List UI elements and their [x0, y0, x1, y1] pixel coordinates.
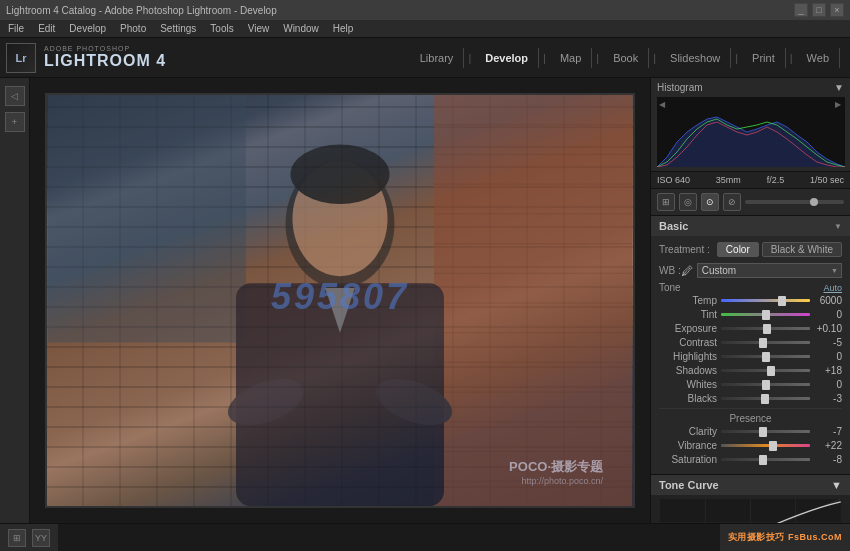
tone-title-row: Tone Auto [659, 282, 842, 293]
tab-book[interactable]: Book [603, 48, 649, 68]
highlights-track[interactable] [721, 355, 810, 358]
logo-text-area: ADOBE PHOTOSHOP LIGHTROOM 4 [44, 45, 166, 70]
histogram-arrow[interactable]: ▼ [834, 82, 844, 93]
left-tool-2[interactable]: + [5, 112, 25, 132]
blacks-label: Blacks [659, 393, 717, 404]
whites-track[interactable] [721, 383, 810, 386]
watermark2: POCO·摄影专题 http://photo.poco.cn/ [509, 458, 603, 486]
menu-edit[interactable]: Edit [38, 23, 55, 34]
titlebar-controls: _ □ × [794, 3, 844, 17]
shadows-track[interactable] [721, 369, 810, 372]
temp-track[interactable] [721, 299, 810, 302]
menubar: File Edit Develop Photo Settings Tools V… [0, 20, 850, 38]
histogram-label: Histogram [657, 82, 703, 93]
exposure-label: Exposure [659, 323, 717, 334]
clarity-value: -7 [814, 426, 842, 437]
photo-area: 595807 POCO·摄影专题 http://photo.poco.cn/ [30, 78, 650, 523]
watermark2-line1: POCO·摄影专题 [509, 458, 603, 476]
tool-row: ⊞ ◎ ⊙ ⊘ [651, 189, 850, 216]
wb-select-wrapper: Custom As Shot Daylight ▼ [697, 263, 842, 278]
minimize-button[interactable]: _ [794, 3, 808, 17]
photo-container: 595807 POCO·摄影专题 http://photo.poco.cn/ [45, 93, 635, 508]
whites-label: Whites [659, 379, 717, 390]
histogram-section: Histogram ▼ ◀ ▶ [651, 78, 850, 172]
highlights-value: 0 [814, 351, 842, 362]
basic-section-header[interactable]: Basic ▼ [651, 216, 850, 236]
color-btn[interactable]: Color [717, 242, 759, 257]
svg-text:▶: ▶ [835, 100, 842, 109]
temp-slider-row: Temp 6000 [659, 295, 842, 306]
menu-tools[interactable]: Tools [210, 23, 233, 34]
blacks-track[interactable] [721, 397, 810, 400]
iso-value: ISO 640 [657, 175, 690, 185]
tint-value: 0 [814, 309, 842, 320]
tool-slider[interactable] [745, 200, 844, 204]
spot-tool[interactable]: ◎ [679, 193, 697, 211]
titlebar-title: Lightroom 4 Catalog - Adobe Photoshop Li… [6, 5, 277, 16]
treatment-row: Treatment : Color Black & White [659, 242, 842, 257]
tone-curve-arrow: ▼ [831, 479, 842, 491]
left-tool-1[interactable]: ◁ [5, 86, 25, 106]
bottom-icon-2[interactable]: YY [32, 529, 50, 547]
vibrance-value: +22 [814, 440, 842, 451]
logo-area: Lr ADOBE PHOTOSHOP LIGHTROOM 4 [6, 43, 166, 73]
menu-photo[interactable]: Photo [120, 23, 146, 34]
svg-rect-0 [48, 95, 246, 343]
tab-map[interactable]: Map [550, 48, 592, 68]
clarity-track[interactable] [721, 430, 810, 433]
main-area: ◁ + [0, 78, 850, 523]
exposure-track[interactable] [721, 327, 810, 330]
treatment-buttons: Color Black & White [717, 242, 842, 257]
presence-title: Presence [659, 408, 842, 424]
shadows-row: Shadows +18 [659, 365, 842, 376]
shadows-value: +18 [814, 365, 842, 376]
tab-library[interactable]: Library [410, 48, 465, 68]
menu-develop[interactable]: Develop [69, 23, 106, 34]
tool-slider-thumb [810, 198, 818, 206]
menu-help[interactable]: Help [333, 23, 354, 34]
watermark2-line2: http://photo.poco.cn/ [509, 476, 603, 486]
contrast-track[interactable] [721, 341, 810, 344]
shadows-thumb [767, 366, 775, 376]
tone-curve-area [651, 495, 850, 523]
bottom-watermark: 实用摄影技巧 FsBus.CoM [728, 531, 842, 544]
tab-print[interactable]: Print [742, 48, 786, 68]
tab-web[interactable]: Web [797, 48, 840, 68]
tint-track[interactable] [721, 313, 810, 316]
menu-file[interactable]: File [8, 23, 24, 34]
contrast-row: Contrast -5 [659, 337, 842, 348]
wb-eyedropper[interactable]: 🖉 [681, 264, 693, 278]
close-button[interactable]: × [830, 3, 844, 17]
left-panel: ◁ + [0, 78, 30, 523]
contrast-label: Contrast [659, 337, 717, 348]
wb-select[interactable]: Custom As Shot Daylight [697, 263, 842, 278]
saturation-label: Saturation [659, 454, 717, 465]
brush-tool[interactable]: ⊘ [723, 193, 741, 211]
redeye-tool[interactable]: ⊙ [701, 193, 719, 211]
tone-auto[interactable]: Auto [823, 283, 842, 293]
basic-arrow: ▼ [834, 222, 842, 231]
temp-label: Temp [659, 295, 717, 306]
tint-slider-row: Tint 0 [659, 309, 842, 320]
watermark1: 595807 [271, 275, 409, 317]
menu-view[interactable]: View [248, 23, 270, 34]
bw-btn[interactable]: Black & White [762, 242, 842, 257]
bottom-bar: ⊞ YY 实用摄影技巧 FsBus.CoM [0, 523, 850, 551]
exposure-thumb [763, 324, 771, 334]
tab-slideshow[interactable]: Slideshow [660, 48, 731, 68]
whites-row: Whites 0 [659, 379, 842, 390]
bottom-icon-1[interactable]: ⊞ [8, 529, 26, 547]
vibrance-label: Vibrance [659, 440, 717, 451]
menu-window[interactable]: Window [283, 23, 319, 34]
saturation-track[interactable] [721, 458, 810, 461]
menu-settings[interactable]: Settings [160, 23, 196, 34]
svg-rect-1 [434, 95, 632, 506]
tone-curve-header[interactable]: Tone Curve ▼ [651, 475, 850, 495]
tone-section: Tone Auto Temp 6000 Tint [659, 282, 842, 404]
maximize-button[interactable]: □ [812, 3, 826, 17]
right-panel: Histogram ▼ ◀ ▶ [650, 78, 850, 523]
vibrance-track[interactable] [721, 444, 810, 447]
saturation-value: -8 [814, 454, 842, 465]
crop-tool[interactable]: ⊞ [657, 193, 675, 211]
tab-develop[interactable]: Develop [475, 48, 539, 68]
